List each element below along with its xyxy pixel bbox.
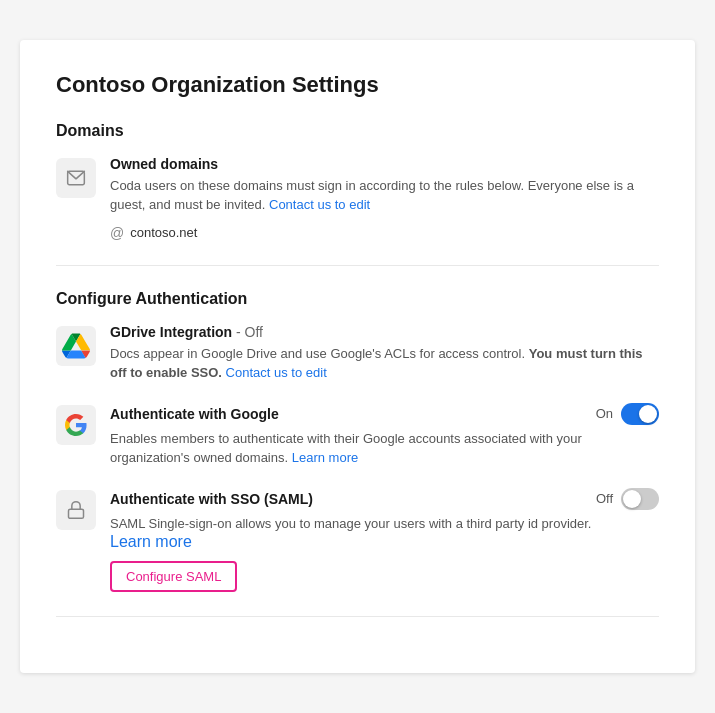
sso-icon-box	[56, 490, 96, 530]
google-auth-title: Authenticate with Google	[110, 406, 279, 422]
domains-contact-link[interactable]: Contact us to edit	[269, 197, 370, 212]
sso-saml-content: Authenticate with SSO (SAML) Off SAML Si…	[110, 488, 659, 593]
svg-rect-1	[69, 509, 84, 518]
gdrive-title: GDrive Integration - Off	[110, 324, 659, 340]
owned-domains-content: Owned domains Coda users on these domain…	[110, 156, 659, 241]
google-toggle-knob	[639, 405, 657, 423]
gdrive-icon	[62, 332, 90, 360]
page-title: Contoso Organization Settings	[56, 72, 659, 98]
google-toggle-label: On	[596, 406, 613, 421]
configure-saml-button[interactable]: Configure SAML	[110, 561, 237, 592]
sso-toggle-container[interactable]: Off	[596, 488, 659, 510]
domain-value: contoso.net	[130, 225, 197, 240]
section-divider	[56, 265, 659, 266]
google-auth-header: Authenticate with Google On	[110, 403, 659, 425]
bottom-divider	[56, 616, 659, 617]
sso-learn-more-link[interactable]: Learn more	[110, 533, 192, 550]
owned-domains-row: Owned domains Coda users on these domain…	[56, 156, 659, 241]
google-auth-desc: Enables members to authenticate with the…	[110, 429, 659, 468]
google-icon	[64, 413, 88, 437]
domains-section: Domains Owned domains Coda users on thes…	[56, 122, 659, 241]
auth-section-title: Configure Authentication	[56, 290, 659, 308]
domains-section-title: Domains	[56, 122, 659, 140]
owned-domains-icon-box	[56, 158, 96, 198]
sso-learn-more-container: Learn more	[110, 533, 659, 551]
sso-saml-title: Authenticate with SSO (SAML)	[110, 491, 313, 507]
owned-domains-title: Owned domains	[110, 156, 659, 172]
google-icon-box	[56, 405, 96, 445]
domain-entry: @ contoso.net	[110, 225, 659, 241]
sso-toggle-label: Off	[596, 491, 613, 506]
google-auth-content: Authenticate with Google On Enables memb…	[110, 403, 659, 468]
sso-toggle-knob	[623, 490, 641, 508]
gdrive-icon-box	[56, 326, 96, 366]
at-symbol: @	[110, 225, 124, 241]
gdrive-contact-link[interactable]: Contact us to edit	[226, 365, 327, 380]
gdrive-row: GDrive Integration - Off Docs appear in …	[56, 324, 659, 383]
owned-domains-desc: Coda users on these domains must sign in…	[110, 176, 659, 215]
sso-saml-header: Authenticate with SSO (SAML) Off	[110, 488, 659, 510]
sso-saml-row: Authenticate with SSO (SAML) Off SAML Si…	[56, 488, 659, 593]
gdrive-content: GDrive Integration - Off Docs appear in …	[110, 324, 659, 383]
lock-icon	[66, 500, 86, 520]
google-toggle-container[interactable]: On	[596, 403, 659, 425]
google-auth-learn-more[interactable]: Learn more	[292, 450, 358, 465]
google-auth-toggle[interactable]	[621, 403, 659, 425]
auth-section: Configure Authentication GDrive Integrat…	[56, 290, 659, 593]
sso-saml-toggle[interactable]	[621, 488, 659, 510]
sso-saml-desc: SAML Single-sign-on allows you to manage…	[110, 514, 659, 534]
email-icon	[66, 168, 86, 188]
gdrive-desc: Docs appear in Google Drive and use Goog…	[110, 344, 659, 383]
settings-card: Contoso Organization Settings Domains Ow…	[20, 40, 695, 674]
google-auth-row: Authenticate with Google On Enables memb…	[56, 403, 659, 468]
